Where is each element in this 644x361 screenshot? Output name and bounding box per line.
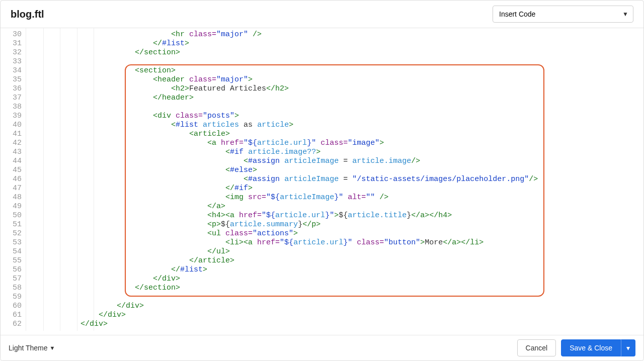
- code-line[interactable]: [26, 103, 643, 112]
- code-line[interactable]: </header>: [26, 94, 643, 103]
- code-line[interactable]: </#if>: [26, 184, 643, 193]
- save-close-button[interactable]: Save & Close: [561, 339, 621, 356]
- code-line[interactable]: </a>: [26, 202, 643, 211]
- code-line[interactable]: </div>: [26, 275, 643, 284]
- code-line[interactable]: <ul class="actions">: [26, 229, 643, 238]
- code-line[interactable]: [26, 293, 643, 302]
- code-line[interactable]: <p>${article.summary}</p>: [26, 220, 643, 229]
- code-line[interactable]: <div class="posts">: [26, 112, 643, 121]
- code-line[interactable]: <h4><a href="${article.url}">${article.t…: [26, 211, 643, 220]
- file-title: blog.ftl: [11, 9, 44, 20]
- code-line[interactable]: [26, 57, 643, 66]
- code-line[interactable]: </article>: [26, 256, 643, 265]
- code-editor[interactable]: 3031323334353637383940414243444546474849…: [1, 28, 643, 335]
- code-line[interactable]: <li><a href="${article.url}" class="butt…: [26, 238, 643, 247]
- theme-selector[interactable]: Light Theme ▼: [9, 344, 55, 352]
- code-line[interactable]: </#list>: [26, 39, 643, 48]
- insert-code-control[interactable]: Insert Code ▼: [493, 6, 633, 23]
- code-line[interactable]: <#else>: [26, 166, 643, 175]
- code-line[interactable]: </section>: [26, 48, 643, 57]
- code-line[interactable]: <header class="major">: [26, 75, 643, 84]
- code-line[interactable]: <#list articles as article>: [26, 121, 643, 130]
- code-line[interactable]: </div>: [26, 320, 643, 329]
- code-line[interactable]: <article>: [26, 130, 643, 139]
- save-dropdown-button[interactable]: ▾: [621, 339, 635, 356]
- line-gutter: 3031323334353637383940414243444546474849…: [1, 28, 26, 331]
- code-line[interactable]: <h2>Featured Articles</h2>: [26, 84, 643, 94]
- code-lines[interactable]: <hr class="major" /> </#list> </section>…: [26, 28, 643, 331]
- insert-code-select[interactable]: Insert Code: [493, 6, 633, 23]
- theme-label: Light Theme: [9, 344, 48, 352]
- code-line[interactable]: </div>: [26, 302, 643, 311]
- editor-footer: Light Theme ▼ Cancel Save & Close ▾: [1, 335, 643, 360]
- chevron-down-icon: ▼: [50, 345, 55, 351]
- code-line[interactable]: <section>: [26, 66, 643, 75]
- code-line[interactable]: <#assign articleImage = article.image/>: [26, 157, 643, 166]
- code-line[interactable]: <#if article.image??>: [26, 148, 643, 157]
- code-line[interactable]: <#assign articleImage = "/static-assets/…: [26, 175, 643, 184]
- caret-down-icon: ▾: [626, 344, 630, 352]
- code-line[interactable]: </ul>: [26, 247, 643, 256]
- code-line[interactable]: </#list>: [26, 265, 643, 275]
- code-line[interactable]: </section>: [26, 284, 643, 293]
- code-line[interactable]: <img src="${articleImage}" alt="" />: [26, 193, 643, 202]
- code-line[interactable]: </div>: [26, 311, 643, 320]
- editor-header: blog.ftl Insert Code ▼: [1, 1, 643, 28]
- cancel-button[interactable]: Cancel: [517, 339, 556, 356]
- code-line[interactable]: <a href="${article.url}" class="image">: [26, 139, 643, 148]
- code-line[interactable]: <hr class="major" />: [26, 30, 643, 39]
